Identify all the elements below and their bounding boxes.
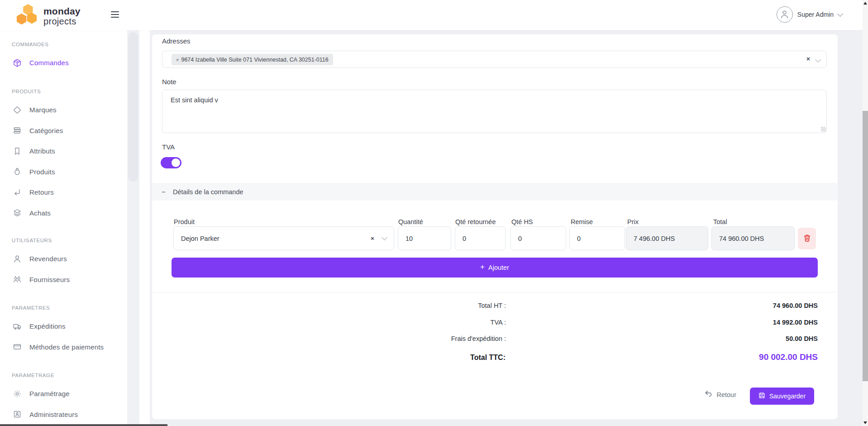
collapse-minus-icon[interactable]: −: [162, 188, 172, 196]
col-header-qte-retournee: Qté retournée: [455, 218, 496, 225]
scroll-down-arrow-icon[interactable]: [863, 421, 867, 424]
sidebar-item-label: Méthodes de paiements: [29, 343, 104, 351]
delete-row-button[interactable]: [798, 228, 816, 249]
sidebar-scrollbar[interactable]: [127, 30, 139, 426]
sidebar-item-retours[interactable]: Retours: [0, 182, 127, 203]
sidebar-item-label: Marques: [29, 106, 57, 114]
qte-hs-input[interactable]: [510, 226, 566, 250]
logo-line-2: projects: [43, 17, 81, 26]
total-ht-row: Total HT : 74 960.00 DHS: [152, 302, 838, 310]
tva-label: TVA: [162, 143, 175, 151]
sidebar-item-label: Attributs: [29, 147, 55, 155]
col-header-remise: Remise: [571, 218, 593, 225]
note-textarea[interactable]: Est sint aliquid v: [162, 90, 827, 133]
section-label: PARAMÉTRES: [0, 305, 127, 311]
total-ht-label: Total HT :: [478, 302, 506, 309]
sidebar-item-achats[interactable]: Achats: [0, 203, 127, 224]
chevron-down-icon: [837, 11, 843, 17]
sidebar-section-utilisateurs: UTILISATEURS Revendeurs Fournisseurs: [0, 237, 127, 290]
save-disk-icon: [758, 392, 765, 400]
page-scrollbar[interactable]: [863, 0, 868, 426]
sidebar-item-label: Retours: [29, 188, 54, 196]
avatar: [777, 6, 793, 23]
save-button[interactable]: Sauvegarder: [750, 388, 814, 405]
sidebar-item-label: Achats: [29, 209, 51, 217]
qte-retournee-input[interactable]: [455, 226, 506, 250]
sidebar-item-categories[interactable]: Catégories: [0, 120, 127, 141]
select-chevron-icon[interactable]: [815, 57, 821, 62]
sidebar-item-methodes-paiements[interactable]: Méthodes de paiements: [0, 337, 127, 358]
product-chevron-icon[interactable]: [382, 235, 387, 240]
product-select[interactable]: Dejon Parker ×: [173, 226, 394, 250]
horizontal-scrollbar-thumb[interactable]: [0, 424, 167, 426]
back-button-label: Retour: [716, 391, 736, 398]
tva-amount-label: TVA :: [491, 319, 506, 326]
adresses-select[interactable]: × 9674 Izabella Ville Suite 071 Vivienne…: [162, 51, 827, 68]
adresses-label: Adresses: [162, 37, 191, 45]
sidebar-item-administrateurs[interactable]: Administrateurs: [0, 404, 127, 425]
save-button-label: Sauvegarder: [769, 392, 806, 400]
product-clear-icon[interactable]: ×: [371, 235, 374, 242]
top-header: monday projects Super Admin: [0, 0, 863, 30]
logo-hexagons-icon: [14, 3, 40, 29]
col-header-quantite: Quantité: [398, 218, 423, 225]
sidebar-item-expeditions[interactable]: Expéditions: [0, 316, 127, 337]
select-clear-icon[interactable]: ×: [806, 55, 810, 62]
sidebar-section-parametres: PARAMÉTRES Expéditions Méthodes de paiem…: [0, 305, 127, 357]
scroll-up-arrow-icon[interactable]: [863, 2, 867, 5]
add-button-label: Ajouter: [488, 264, 509, 271]
hamburger-menu-icon[interactable]: [111, 11, 119, 19]
plus-icon: +: [480, 263, 485, 272]
user-name: Super Admin: [797, 11, 834, 18]
package-icon: [13, 58, 22, 67]
app-logo: monday projects: [14, 3, 81, 29]
page-scrollbar-thumb[interactable]: [863, 111, 868, 381]
quantite-input[interactable]: [398, 226, 451, 250]
sidebar-item-attributs[interactable]: Attributs: [0, 141, 127, 162]
sidebar-item-marques[interactable]: Marques: [0, 100, 127, 120]
id-card-icon: [13, 410, 22, 419]
sidebar-nav: COMMANDES Commandes PRODUITS Marques: [0, 30, 150, 426]
sidebar-item-fournisseurs[interactable]: Fournisseurs: [0, 269, 127, 290]
sidebar-item-label: Revendeurs: [29, 255, 67, 263]
sidebar-item-revendeurs[interactable]: Revendeurs: [0, 249, 127, 269]
stack-icon: [13, 126, 22, 135]
user-menu[interactable]: Super Admin: [777, 6, 842, 23]
col-header-total: Total: [713, 218, 727, 225]
trash-icon: [803, 234, 811, 244]
frais-expedition-value: 50.00 DHS: [786, 335, 818, 342]
add-product-button[interactable]: + Ajouter: [172, 258, 818, 278]
sidebar-item-produits[interactable]: Produits: [0, 162, 127, 182]
sidebar-item-label: Fournisseurs: [29, 276, 70, 283]
sidebar-item-parametrage[interactable]: Paramétrage: [0, 383, 127, 404]
frais-expedition-row: Frais d'expédition : 50.00 DHS: [152, 335, 838, 343]
section-label: COMMANDES: [0, 41, 127, 48]
toggle-knob: [172, 158, 180, 167]
totals-divider: [152, 292, 838, 292]
prix-field: 7 496.00 DHS: [626, 226, 708, 250]
sidebar-item-label: Expéditions: [29, 322, 66, 330]
total-ttc-label: Total TTC:: [470, 354, 506, 362]
back-button[interactable]: Retour: [705, 390, 736, 399]
sidebar-item-label: Produits: [29, 168, 55, 176]
section-label: PRODUITS: [0, 88, 127, 95]
sidebar-item-commandes[interactable]: Commandes: [0, 53, 127, 73]
order-details-section-header: − Détails de la commande: [152, 183, 838, 201]
col-header-qte-hs: Qté HS: [511, 218, 533, 225]
sidebar-scrollbar-thumb[interactable]: [128, 32, 138, 182]
tva-toggle[interactable]: [161, 157, 181, 168]
tva-amount-value: 14 992.00 DHS: [773, 319, 818, 326]
address-chip-text: 9674 Izabella Ville Suite 071 Viviennest…: [181, 57, 328, 63]
return-icon: [13, 188, 22, 197]
sidebar-item-label: Catégories: [29, 127, 63, 134]
address-chip: × 9674 Izabella Ville Suite 071 Vivienne…: [172, 54, 333, 65]
section-label: PARAMÉTRAGE: [0, 372, 127, 378]
col-header-prix: Prix: [627, 218, 639, 225]
tva-row: TVA : 14 992.00 DHS: [152, 319, 838, 327]
total-field: 74 960.00 DHS: [711, 226, 795, 250]
chip-remove-icon[interactable]: ×: [176, 57, 179, 62]
sidebar-item-label: Commandes: [29, 59, 69, 67]
sidebar-section-produits: PRODUITS Marques Catégories: [0, 88, 127, 223]
watch-icon: [13, 167, 22, 176]
remise-input[interactable]: [569, 226, 625, 250]
